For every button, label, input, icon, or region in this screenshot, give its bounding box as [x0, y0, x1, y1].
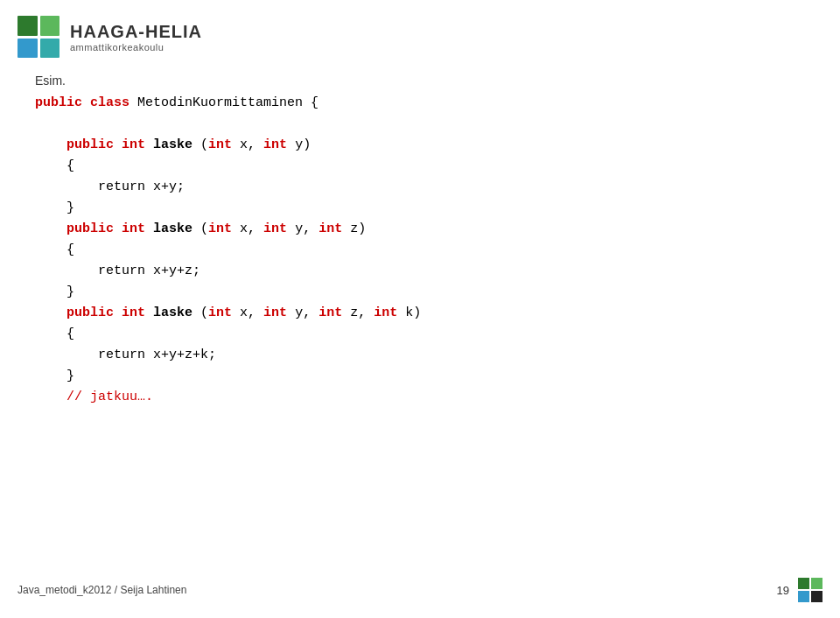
corner-decoration: [798, 578, 822, 602]
code-line: // jatkuu….: [35, 387, 805, 408]
corner-block-2: [811, 578, 822, 589]
logo-icon: [18, 16, 60, 58]
logo-title: HAAGA-HELIA: [70, 22, 202, 42]
slide-content: Esim. public class MetodinKuormittaminen…: [0, 67, 840, 408]
code-line: {: [35, 324, 805, 345]
logo-block-3: [18, 39, 38, 59]
code-line: }: [35, 282, 805, 303]
header: HAAGA-HELIA ammattikorkeakoulu: [0, 0, 840, 67]
code-line: {: [35, 156, 805, 177]
code-line: public class MetodinKuormittaminen {: [35, 93, 805, 114]
code-line: public int laske (int x, int y, int z): [35, 219, 805, 240]
code-line: {: [35, 240, 805, 261]
code-line: }: [35, 366, 805, 387]
code-line: [35, 114, 805, 135]
corner-block-3: [798, 591, 809, 602]
code-line: return x+y;: [35, 177, 805, 198]
page-number: 19: [777, 584, 789, 597]
footer-credit: Java_metodi_k2012 / Seija Lahtinen: [18, 584, 186, 596]
logo-block-4: [40, 39, 60, 59]
code-line: public int laske (int x, int y): [35, 135, 805, 156]
logo-block-2: [40, 16, 60, 36]
logo-block-1: [18, 16, 38, 36]
corner-block-4: [811, 591, 822, 602]
footer: Java_metodi_k2012 / Seija Lahtinen 19: [0, 578, 840, 602]
logo-subtitle: ammattikorkeakoulu: [70, 42, 202, 53]
logo-text: HAAGA-HELIA ammattikorkeakoulu: [70, 22, 202, 53]
footer-right: 19: [777, 578, 822, 602]
code-line: }: [35, 198, 805, 219]
code-line: return x+y+z;: [35, 261, 805, 282]
code-block: public class MetodinKuormittaminen { pub…: [35, 93, 805, 408]
code-line: public int laske (int x, int y, int z, i…: [35, 303, 805, 324]
corner-block-1: [798, 578, 809, 589]
code-line: return x+y+z+k;: [35, 345, 805, 366]
slide-label: Esim.: [35, 74, 805, 88]
